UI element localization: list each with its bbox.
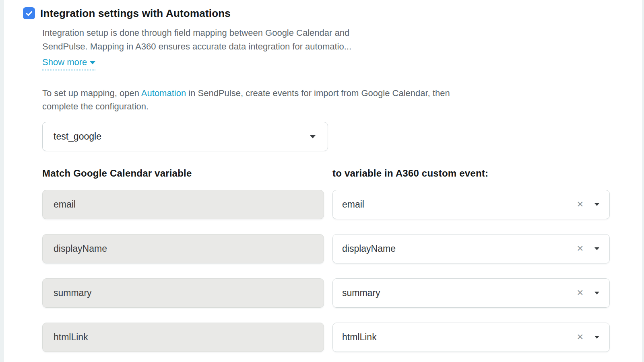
instruction-text-line2: complete the configuration.: [42, 101, 149, 111]
target-variable-value: summary: [342, 288, 380, 298]
source-variable-field: htmlLink: [42, 323, 324, 352]
target-variable-select[interactable]: summary ✕: [332, 278, 610, 308]
clear-icon[interactable]: ✕: [576, 333, 584, 341]
chevron-down-icon[interactable]: [594, 292, 599, 294]
clear-icon[interactable]: ✕: [576, 289, 584, 297]
page-title: Integration settings with Automations: [40, 7, 231, 20]
target-variable-value: displayName: [342, 243, 396, 254]
description-line-2: SendPulse. Mapping in A360 ensures accur…: [42, 41, 351, 51]
target-variable-value: htmlLink: [342, 332, 377, 343]
target-variable-select[interactable]: htmlLink ✕: [332, 323, 610, 352]
mapping-headers: Match Google Calendar variable to variab…: [42, 167, 642, 179]
mapping-instruction: To set up mapping, open Automation in Se…: [42, 86, 582, 113]
source-variable-field: summary: [42, 278, 324, 308]
instruction-text-before: To set up mapping, open: [42, 88, 141, 98]
source-variable-label: email: [54, 199, 76, 210]
show-more-link[interactable]: Show more: [42, 57, 95, 70]
chevron-down-icon: [90, 61, 95, 64]
target-variable-select[interactable]: email ✕: [332, 190, 610, 219]
integration-header-row: Integration settings with Automations: [23, 7, 642, 20]
source-variable-field: displayName: [42, 234, 324, 263]
chevron-down-icon: [310, 135, 316, 138]
description-line-1: Integration setup is done through field …: [42, 28, 349, 38]
source-variable-label: displayName: [54, 243, 107, 254]
automation-link[interactable]: Automation: [141, 88, 186, 98]
check-icon: [25, 9, 33, 18]
chevron-down-icon[interactable]: [594, 203, 599, 206]
target-variable-select[interactable]: displayName ✕: [332, 234, 610, 263]
source-column-header: Match Google Calendar variable: [42, 167, 324, 179]
target-column-header: to variable in A360 custom event:: [332, 167, 610, 179]
chevron-down-icon[interactable]: [594, 247, 599, 250]
event-select[interactable]: test_google: [42, 122, 328, 151]
page-edge-right: [642, 0, 644, 362]
clear-icon[interactable]: ✕: [576, 245, 584, 253]
chevron-down-icon[interactable]: [594, 336, 599, 339]
show-more-label: Show more: [42, 57, 87, 67]
integration-checkbox[interactable]: [23, 7, 35, 19]
source-variable-field: email: [42, 190, 324, 219]
page-edge-left: [0, 0, 4, 362]
clear-icon[interactable]: ✕: [576, 200, 584, 209]
mapping-rows: email email ✕ displayName displayName ✕: [42, 190, 642, 352]
source-variable-label: htmlLink: [54, 332, 88, 343]
instruction-text-after: in SendPulse, create events for import f…: [186, 88, 450, 98]
event-select-value: test_google: [54, 131, 101, 142]
integration-settings-panel: Integration settings with Automations In…: [4, 0, 642, 362]
source-variable-label: summary: [54, 288, 92, 298]
integration-description: Integration setup is done through field …: [42, 26, 642, 53]
target-variable-value: email: [342, 199, 364, 210]
